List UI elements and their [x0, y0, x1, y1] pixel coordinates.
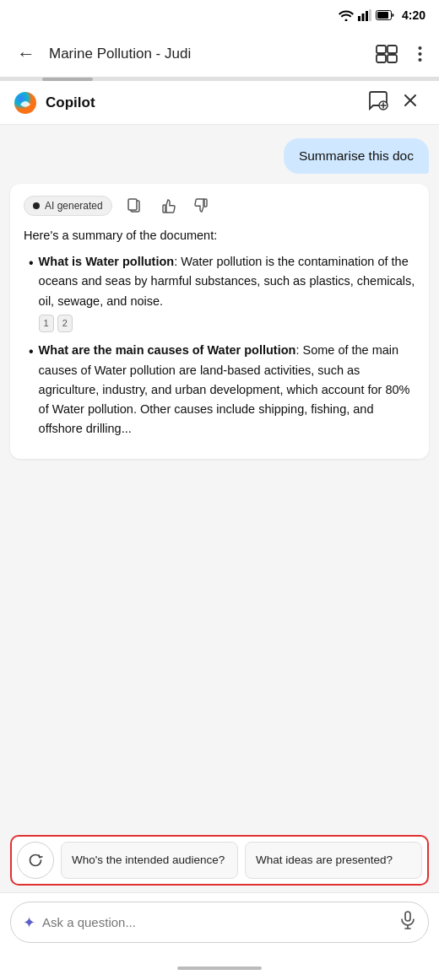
- citation-2[interactable]: 2: [57, 315, 73, 333]
- copilot-header: Copilot: [0, 81, 439, 125]
- copy-button[interactable]: [122, 196, 146, 216]
- more-button[interactable]: [411, 42, 429, 66]
- more-icon: [418, 46, 422, 62]
- svg-rect-17: [163, 205, 165, 213]
- chat-add-icon: [368, 90, 388, 110]
- ai-response-text: Here's a summary of the document: What i…: [24, 226, 415, 439]
- bullet-2: What are the main causes of Water pollut…: [29, 341, 415, 439]
- refresh-icon: [27, 852, 44, 869]
- svg-rect-9: [388, 55, 397, 62]
- thumbs-up-icon: [160, 197, 176, 214]
- chat-area: Summarise this doc AI generated: [0, 125, 439, 828]
- svg-point-11: [419, 52, 422, 56]
- svg-rect-2: [366, 11, 368, 21]
- svg-rect-5: [377, 12, 388, 19]
- summary-bullets: What is Water pollution: Water pollution…: [24, 252, 415, 439]
- svg-rect-1: [361, 13, 364, 21]
- svg-rect-6: [377, 46, 386, 53]
- svg-rect-0: [358, 16, 360, 21]
- ai-response-card: AI generated: [10, 184, 429, 459]
- close-button[interactable]: [395, 89, 425, 116]
- user-message-bubble: Summarise this doc: [284, 138, 429, 174]
- refresh-suggestions-button[interactable]: [17, 842, 54, 879]
- suggestion-button-2[interactable]: What ideas are presented?: [245, 842, 422, 879]
- wifi-icon: [339, 9, 354, 21]
- bottom-handle: [177, 967, 262, 970]
- new-chat-button[interactable]: [361, 87, 395, 118]
- close-icon: [402, 92, 419, 109]
- citation-1[interactable]: 1: [39, 315, 54, 333]
- svg-point-12: [419, 58, 422, 62]
- back-arrow-icon: ←: [17, 43, 35, 65]
- thumbs-up-button[interactable]: [156, 196, 180, 216]
- svg-rect-3: [369, 9, 371, 21]
- suggestions-row: Who's the intended audience? What ideas …: [10, 835, 429, 886]
- summary-intro: Here's a summary of the document:: [24, 226, 415, 245]
- input-area: ✦: [0, 892, 439, 956]
- thumbs-down-icon: [193, 197, 210, 214]
- svg-rect-16: [128, 199, 137, 210]
- svg-rect-18: [204, 199, 207, 207]
- top-nav: ← Marine Pollution - Judi: [0, 30, 439, 78]
- copy-icon: [126, 197, 143, 214]
- input-row: ✦: [10, 902, 429, 943]
- scroll-thumb: [42, 78, 93, 81]
- bullet-1: What is Water pollution: Water pollution…: [29, 252, 415, 332]
- signal-icon: [358, 9, 371, 21]
- suggested-area: Who's the intended audience? What ideas …: [0, 828, 439, 892]
- coauthor-button[interactable]: [369, 41, 404, 67]
- copilot-title: Copilot: [46, 94, 361, 111]
- svg-rect-8: [377, 55, 386, 62]
- sparkle-icon: ✦: [23, 913, 35, 932]
- copilot-logo: [14, 91, 37, 115]
- mic-button[interactable]: [399, 911, 416, 934]
- back-button[interactable]: ←: [10, 40, 42, 68]
- status-bar: 4:20: [0, 0, 439, 30]
- ai-badge-dot: [33, 202, 40, 209]
- svg-point-10: [419, 46, 422, 50]
- bottom-bar: [0, 956, 439, 980]
- suggestion-button-1[interactable]: Who's the intended audience?: [61, 842, 238, 879]
- coauthor-icon: [376, 45, 398, 63]
- battery-icon: [376, 10, 394, 20]
- document-title: Marine Pollution - Judi: [49, 46, 362, 62]
- svg-rect-19: [405, 912, 410, 921]
- mic-icon: [399, 911, 416, 929]
- status-time: 4:20: [402, 8, 425, 22]
- svg-rect-7: [388, 46, 397, 53]
- status-icons: 4:20: [339, 8, 425, 22]
- ai-response-actions: AI generated: [24, 196, 415, 216]
- question-input[interactable]: [42, 915, 393, 929]
- thumbs-down-button[interactable]: [190, 196, 214, 216]
- ai-generated-badge: AI generated: [24, 196, 112, 216]
- citations-1: 1 2: [39, 315, 415, 333]
- scroll-indicator: [0, 78, 439, 81]
